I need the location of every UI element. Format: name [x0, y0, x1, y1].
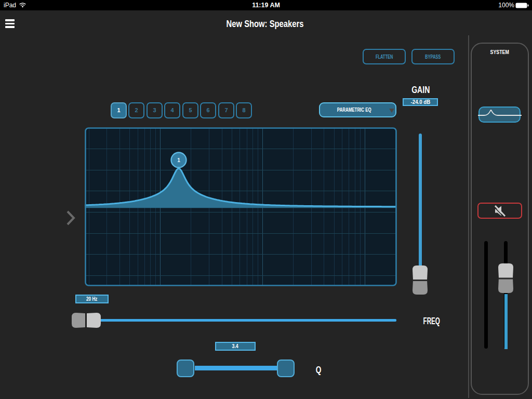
svg-text:1: 1 — [177, 157, 180, 163]
